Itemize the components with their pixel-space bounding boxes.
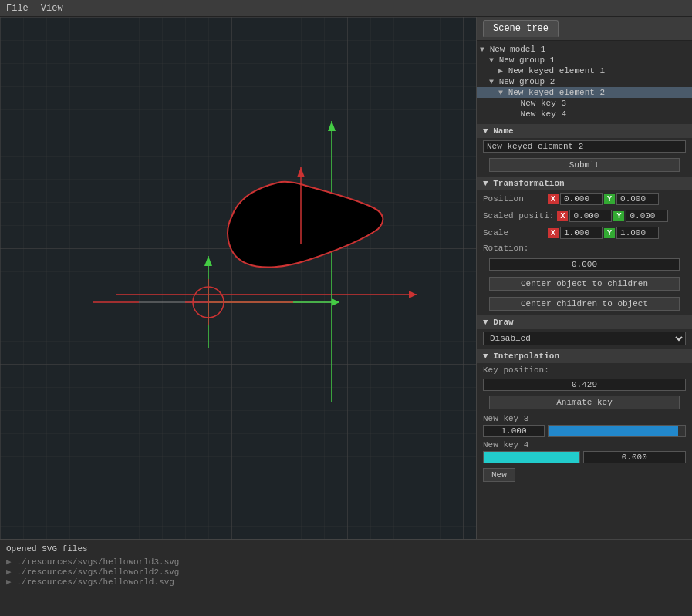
- draw-section-header: ▼ Draw: [477, 315, 692, 329]
- transform-section-header: ▼ Transformation: [477, 177, 692, 190]
- scene-tree-tab: Scene tree: [477, 17, 692, 41]
- tree-item-key4[interactable]: New key 4: [477, 109, 692, 119]
- key4-slider-fill: [484, 452, 579, 463]
- name-section-label: ▼ Name: [483, 126, 514, 136]
- scaled-pos-label: Scaled positi:: [483, 211, 554, 220]
- scale-x-input[interactable]: [560, 227, 603, 239]
- tree-label-keyed2: New keyed element 2: [508, 88, 605, 97]
- key4-item: New key 4: [477, 439, 692, 465]
- tree-label-model1: New model 1: [490, 45, 546, 54]
- new-button-row: New: [477, 465, 692, 485]
- interp-section-label: ▼ Interpolation: [483, 352, 559, 361]
- scaled-pos-row: Scaled positi: X Y: [477, 207, 692, 224]
- scaled-x-input[interactable]: [569, 210, 612, 222]
- tree-item-model1[interactable]: ▼ New model 1: [477, 44, 692, 55]
- position-label: Position: [483, 194, 545, 204]
- key4-slider-row: [483, 451, 686, 463]
- key3-label: New key 3: [483, 414, 686, 423]
- animate-key-button[interactable]: Animate key: [489, 396, 680, 409]
- center-children-button[interactable]: Center children to object: [489, 297, 680, 311]
- rotation-row: Rotation:: [477, 241, 692, 255]
- scaled-y-input[interactable]: [626, 210, 668, 222]
- scale-row: Scale X Y: [477, 224, 692, 241]
- key3-item: New key 3: [477, 412, 692, 439]
- transform-section-label: ▼ Transformation: [483, 179, 565, 188]
- name-row: [477, 138, 692, 155]
- log-entry-1: ./resources/svgs/helloworld3.svg: [6, 557, 686, 567]
- tree-label-group2: New group 2: [499, 77, 555, 86]
- scale-y-label: Y: [604, 228, 615, 238]
- key3-input[interactable]: [483, 425, 545, 437]
- draw-row: Disabled Enabled: [477, 329, 692, 348]
- tree-label-key4: New key 4: [521, 109, 566, 119]
- position-x-label: X: [548, 194, 559, 204]
- tree-label-key3: New key 3: [521, 99, 566, 108]
- center-to-children-button[interactable]: Center object to children: [489, 277, 680, 291]
- tree-item-keyed1[interactable]: ▶ New keyed element 1: [477, 66, 692, 76]
- scene-tree: ▼ New model 1 ▼ New group 1 ▶ New keyed …: [477, 41, 692, 123]
- tree-item-group1[interactable]: ▼ New group 1: [477, 55, 692, 66]
- new-button[interactable]: New: [483, 468, 515, 482]
- scale-y-input[interactable]: [616, 227, 659, 239]
- scene-tree-tab-button[interactable]: Scene tree: [483, 20, 559, 37]
- menu-bar: File View: [0, 0, 692, 17]
- tree-item-keyed2[interactable]: ▼ New keyed element 2: [477, 87, 692, 98]
- viewport[interactable]: [0, 17, 476, 539]
- key4-slider[interactable]: [483, 451, 580, 463]
- menu-file[interactable]: File: [6, 3, 29, 14]
- scale-coords: X Y: [548, 227, 686, 239]
- svg-rect-1: [0, 17, 476, 539]
- log-panel: Opened SVG files ./resources/svgs/hellow…: [0, 539, 692, 616]
- position-y-input[interactable]: [616, 193, 659, 205]
- submit-button[interactable]: Submit: [489, 158, 680, 172]
- position-coords: X Y: [548, 193, 686, 205]
- position-row: Position X Y: [477, 190, 692, 207]
- right-panel: Scene tree ▼ New model 1 ▼ New group 1: [476, 17, 692, 539]
- key-pos-input[interactable]: [483, 379, 686, 391]
- key3-slider-row: [483, 425, 686, 437]
- position-x-input[interactable]: [560, 193, 603, 205]
- key3-slider[interactable]: [548, 425, 686, 437]
- scaled-x-label: X: [557, 211, 568, 221]
- properties-panel: ▼ Name Submit ▼ Transformation Position …: [477, 123, 692, 485]
- log-entry-3: ./resources/svgs/helloworld.svg: [6, 577, 686, 587]
- key3-slider-fill: [549, 426, 678, 436]
- draw-section-label: ▼ Draw: [483, 318, 514, 327]
- position-y-label: Y: [604, 194, 615, 204]
- main-area: Scene tree ▼ New model 1 ▼ New group 1: [0, 17, 692, 539]
- key4-input[interactable]: [583, 451, 687, 463]
- interp-section-header: ▼ Interpolation: [477, 349, 692, 363]
- scaled-y-label: Y: [613, 211, 624, 221]
- key4-label: New key 4: [483, 440, 686, 449]
- rotation-label: Rotation:: [483, 244, 545, 253]
- log-title: Opened SVG files: [6, 544, 686, 554]
- menu-view[interactable]: View: [41, 3, 63, 14]
- scaled-pos-coords: X Y: [557, 210, 686, 222]
- scale-x-label: X: [548, 228, 559, 238]
- tree-item-group2[interactable]: ▼ New group 2: [477, 76, 692, 87]
- rotation-input[interactable]: [489, 258, 680, 271]
- draw-select[interactable]: Disabled Enabled: [483, 332, 686, 345]
- tree-label-group1: New group 1: [499, 56, 555, 65]
- name-input[interactable]: [483, 140, 686, 153]
- name-section-header: ▼ Name: [477, 124, 692, 138]
- log-entry-2: ./resources/svgs/helloworld2.svg: [6, 567, 686, 577]
- viewport-svg: [0, 17, 476, 539]
- key-pos-row: Key position:: [477, 363, 692, 377]
- key-pos-label: Key position:: [483, 365, 549, 375]
- tree-label-keyed1: New keyed element 1: [508, 66, 605, 76]
- tree-item-key3[interactable]: New key 3: [477, 98, 692, 109]
- scale-label: Scale: [483, 228, 545, 237]
